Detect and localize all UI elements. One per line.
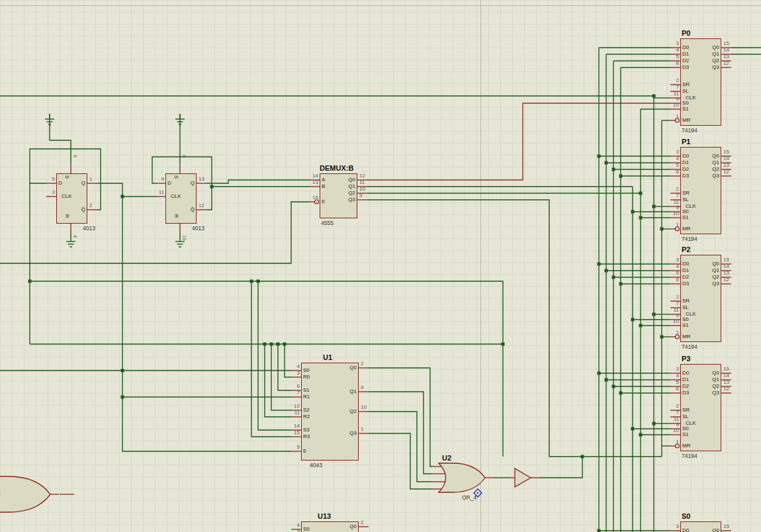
pin-name: CLK [62, 193, 72, 199]
pin-number: 10 [656, 318, 679, 324]
pin-number: 1 [656, 330, 679, 335]
pin-number: 7 [656, 193, 679, 199]
pin-name: R3 [303, 433, 310, 439]
pin-name: S1 [682, 214, 689, 220]
pin-number: 4 [656, 263, 679, 269]
pin-name: Q [168, 180, 195, 186]
pin-number: 6 [656, 60, 679, 66]
pin-number: 1 [656, 113, 679, 119]
pin-name: Q1 [329, 183, 355, 189]
pin-number: 3 [656, 149, 679, 155]
pin-name: D1 [682, 159, 689, 165]
pin-number: 14 [295, 173, 318, 179]
pin-number: 9 [359, 193, 362, 199]
pin-name: A [322, 177, 325, 183]
pin-number: 3 [277, 529, 300, 532]
pin-name: E [303, 448, 306, 454]
pin-number: 6 [656, 386, 679, 392]
pin-name: Q3 [693, 390, 719, 396]
pin-name: Q3 [693, 64, 719, 70]
ic-part-label: 74194 [682, 453, 697, 459]
pin-name: MR [682, 117, 690, 123]
pin-name: SL [682, 414, 689, 420]
pin-number: 3 [656, 523, 679, 529]
pin-number: 2 [89, 202, 92, 208]
pin-number: 10 [656, 102, 679, 108]
pin-name: SL [682, 197, 689, 202]
pin-number: 6 [72, 155, 78, 157]
pin-name: S1 [682, 322, 689, 328]
pin-name: D2 [682, 58, 689, 64]
pin-name: Q1 [693, 51, 719, 57]
pin-name: D2 [682, 383, 689, 389]
pin-number: 12 [359, 173, 365, 179]
gate-sublabel: OR_4 [462, 495, 476, 501]
pin-name: D3 [682, 173, 689, 179]
pin-number: 12 [723, 277, 729, 283]
pin-number: 13 [295, 179, 318, 185]
pin-number: 11 [141, 189, 164, 195]
pin-name: Q1 [693, 267, 719, 273]
pin-number: 13 [723, 379, 729, 385]
pin-number: 9 [361, 384, 363, 390]
pin-number: 2 [656, 77, 679, 83]
pin-name: MR [682, 333, 690, 339]
pin-name: Q1 [693, 377, 719, 382]
pin-name: Q0 [693, 261, 719, 267]
pin-number: 9 [656, 312, 679, 318]
pin-number: 14 [723, 373, 729, 378]
pin-number: 6 [277, 383, 300, 389]
pin-name: MR [682, 443, 690, 449]
pin-name: Q̄ [59, 206, 85, 212]
pin-name: Q [59, 180, 85, 186]
pin-name: D2 [682, 166, 689, 172]
pin-number: 15 [295, 195, 318, 200]
pin-name: S3 [303, 427, 310, 433]
component-layer: U2OR_440135D3CLK1Q2Q̄6S4R40139D11CLK13Q1… [0, 0, 761, 532]
pin-number: 4 [656, 373, 679, 378]
pin-name: Q2 [693, 58, 719, 64]
pin-name: S1 [303, 387, 310, 393]
pin-name: CLK [171, 193, 181, 199]
ic-part-label: 4043 [310, 463, 322, 468]
pin-name: Q2 [329, 190, 355, 196]
pin-name: D3 [682, 281, 689, 287]
pin-name: S0 [303, 367, 310, 373]
pin-name: Q3 [330, 430, 357, 436]
pin-number: 15 [723, 149, 729, 155]
pin-number: 10 [656, 210, 679, 216]
pin-number: 2 [361, 361, 363, 367]
pin-name: Q̄ [168, 206, 195, 212]
pin-number: 5 [277, 444, 300, 450]
ic-part-label: 74194 [682, 236, 697, 242]
ic-refdes-label: P2 [682, 245, 690, 253]
pin-number: 14 [277, 423, 300, 429]
pin-name: R0 [303, 374, 310, 380]
pin-number: 13 [723, 162, 729, 168]
pin-name: MR [682, 226, 690, 232]
pin-name: S0 [682, 100, 689, 106]
schematic-canvas[interactable]: U2OR_440135D3CLK1Q2Q̄6S4R40139D11CLK13Q1… [0, 0, 761, 532]
pin-name: Q0 [693, 153, 719, 159]
pin-number: 14 [723, 155, 729, 161]
gate-label: U2 [442, 454, 451, 462]
pin-number: 9 [656, 421, 679, 427]
pin-name: Q0 [329, 177, 355, 183]
pin-number: 10 [181, 235, 187, 240]
pin-name: R [173, 214, 179, 218]
ic-part-label: 74194 [682, 128, 697, 134]
pin-name: Q3 [693, 173, 719, 179]
pin-number: 7 [656, 84, 679, 90]
pin-name: S0 [682, 425, 689, 431]
pin-number: 9 [656, 96, 679, 102]
pin-number: 4 [277, 363, 300, 369]
pin-name: Q0 [693, 44, 719, 50]
pin-number: 14 [723, 47, 729, 53]
pin-name: Q0 [693, 370, 719, 376]
pin-number: 15 [723, 40, 729, 46]
ic-refdes-label: U1 [323, 353, 332, 361]
pin-number: 2 [656, 403, 679, 409]
ic-part-label: 4555 [321, 220, 334, 226]
pin-name: Q1 [330, 388, 357, 394]
pin-name: D3 [682, 64, 689, 70]
